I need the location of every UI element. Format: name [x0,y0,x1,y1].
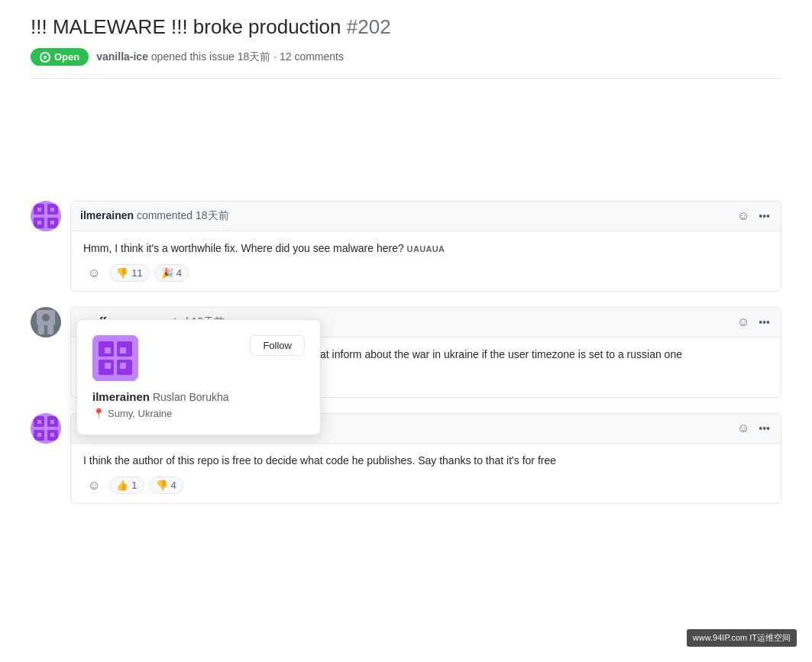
avatar-svg [31,201,61,231]
comment-header-actions: ☺ ••• [736,208,772,224]
comment-action: commented [137,209,196,221]
svg-rect-14 [37,208,41,212]
svg-rect-8 [120,363,126,369]
comment-body: Hmm, I think it's a worthwhile fix. Wher… [71,231,781,291]
add-reaction-header-button[interactable]: ☺ [736,420,751,437]
comment-header-actions: ☺ ••• [736,420,772,437]
comment-time: 18天前 [196,209,229,221]
add-reaction-button[interactable]: ☺ [83,477,105,494]
avatar[interactable] [31,201,61,231]
popup-avatar-svg [92,335,138,381]
popup-username[interactable]: ilmerainen Ruslan Borukha [92,390,305,403]
issue-number: #202 [347,15,391,38]
add-reaction-header-button[interactable]: ☺ [736,314,751,331]
open-status-badge: Open [31,48,89,66]
issue-meta: Open vanilla-ice opened this issue 18天前 … [31,48,781,66]
reaction-count: 1 [131,480,137,491]
comment-box: ilmerainen commented 18天前 ☺ ••• Hmm, I t… [70,201,781,292]
svg-rect-5 [105,347,111,354]
comment-options-button[interactable]: ••• [757,421,772,436]
comment-header-actions: ☺ ••• [736,314,772,331]
comment-text: Hmm, I think it's a worthwhile fix. Wher… [83,241,768,257]
popup-info: ilmerainen Ruslan Borukha 📍 Sumy, Ukrain… [92,390,305,419]
comment-author[interactable]: ilmerainen [80,209,134,221]
svg-point-22 [42,314,50,321]
issue-time: 18天前 [238,50,271,63]
popup-location: 📍 Sumy, Ukraine [92,408,305,419]
svg-rect-29 [50,420,54,424]
comment-section: Follow ilmerainen Ruslan Borukha 📍 Sumy,… [31,201,781,504]
user-popup-card: Follow ilmerainen Ruslan Borukha 📍 Sumy,… [76,319,321,435]
avatar-svg-3 [31,413,61,444]
svg-rect-30 [37,433,41,437]
reaction-emoji: 🎉 [161,267,173,279]
issue-author[interactable]: vanilla-ice [96,50,148,63]
reaction-thumbsdown[interactable]: 👎 11 [109,264,149,282]
add-reaction-header-button[interactable]: ☺ [736,208,751,224]
comments-count: 12 comments [280,50,344,63]
comment-text-suffix: UAUAUA [407,244,445,253]
comment-body: I think the author of this repo is free … [71,444,781,503]
reaction-thumbsup[interactable]: 👍 1 [109,476,144,494]
divider [31,78,781,79]
svg-rect-20 [38,325,44,334]
comment-row: ilmerainen commented 18天前 ☺ ••• Hmm, I t… [31,201,781,292]
follow-button[interactable]: Follow [250,335,305,356]
svg-rect-6 [120,347,126,354]
avatar[interactable] [31,413,61,444]
svg-rect-16 [37,221,41,224]
comment-meta: ilmerainen commented 18天前 [80,209,229,223]
reactions: ☺ 👍 1 👎 4 [83,476,768,494]
reaction-emoji: 👎 [116,267,128,279]
reaction-emoji: 👎 [156,480,168,491]
svg-rect-7 [105,363,111,369]
reaction-count: 4 [176,267,182,279]
comment-options-button[interactable]: ••• [757,315,772,330]
avatar-svg-2 [31,307,61,337]
svg-rect-15 [50,208,54,212]
svg-rect-28 [37,420,41,424]
issue-title: !!! MALEWARE !!! broke production #202 [31,15,781,39]
comment-header: ilmerainen commented 18天前 ☺ ••• [71,202,781,231]
reaction-emoji: 👍 [116,480,128,491]
open-icon [40,52,50,63]
popup-avatar [92,335,138,381]
popup-header: Follow [92,335,305,381]
avatar[interactable] [31,307,61,337]
reaction-thumbsdown[interactable]: 👎 4 [149,476,183,494]
comment-options-button[interactable]: ••• [757,208,772,224]
reaction-count: 11 [131,267,142,279]
issue-meta-text: vanilla-ice opened this issue 18天前 · 12 … [96,50,344,64]
add-reaction-button[interactable]: ☺ [83,265,105,282]
reaction-count: 4 [171,480,176,491]
comment-text: I think the author of this repo is free … [83,453,768,469]
svg-rect-31 [50,433,54,437]
reactions: ☺ 👎 11 🎉 4 [83,264,768,282]
svg-rect-17 [50,221,54,224]
location-icon: 📍 [92,408,105,419]
reaction-tada[interactable]: 🎉 4 [154,264,189,282]
svg-rect-21 [47,325,53,334]
